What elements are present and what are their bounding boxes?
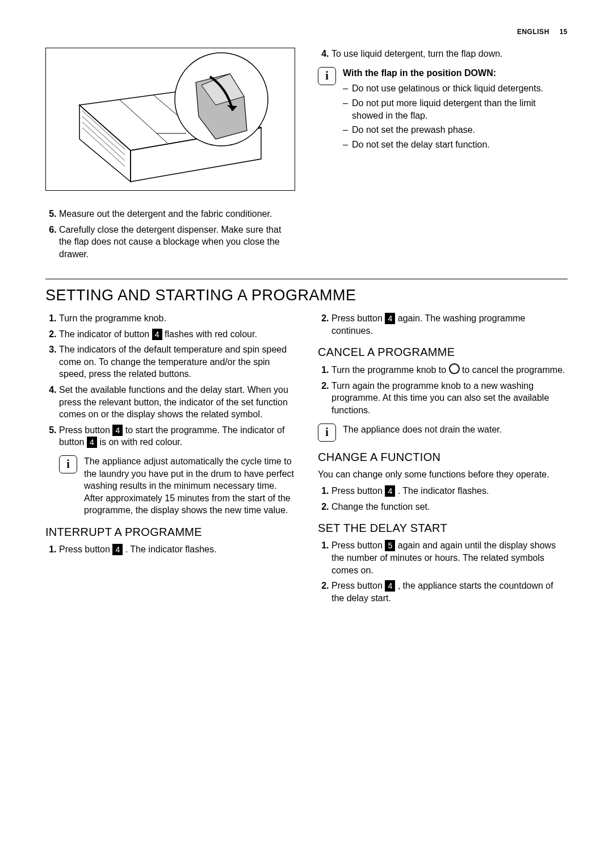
- auto-adjust-text: The appliance adjust automatically the c…: [84, 455, 295, 517]
- info-icon: i: [318, 423, 336, 442]
- button-4-icon: 4: [112, 544, 123, 555]
- start-step-2: The indicator of button 4 flashes with r…: [59, 328, 295, 341]
- change-function-list: Press button 4 . The indicator flashes. …: [318, 485, 568, 513]
- interrupt-list: Press button 4 . The indicator flashes.: [45, 543, 295, 556]
- button-4-icon: 4: [385, 580, 395, 592]
- button-5-icon: 5: [385, 540, 395, 551]
- flap-dash-4: Do not set the delay start function.: [343, 139, 568, 151]
- top-right-column: To use liquid detergent, turn the flap d…: [318, 48, 568, 267]
- change-step-2: Change the function set.: [331, 501, 568, 513]
- start-programme-list: Turn the programme knob. The indicator o…: [45, 312, 295, 448]
- svg-line-3: [119, 99, 167, 143]
- change-function-heading: CHANGE A FUNCTION: [318, 450, 568, 465]
- svg-line-6: [82, 111, 125, 149]
- flap-dash-3: Do not set the prewash phase.: [343, 124, 568, 136]
- step-6: Carefully close the detergent dispenser.…: [59, 224, 295, 261]
- change-function-intro: You can change only some functions befor…: [318, 468, 568, 481]
- button-4-icon: 4: [385, 313, 395, 324]
- interrupt-step-2: Press button 4 again. The washing progra…: [331, 312, 568, 337]
- cancel-info: i The appliance does not drain the water…: [318, 423, 568, 442]
- top-left-column: Measure out the detergent and the fabric…: [45, 48, 295, 267]
- main-right-column: Press button 4 again. The washing progra…: [318, 312, 568, 611]
- delay-step-2: Press button 4 , the appliance starts th…: [331, 580, 568, 604]
- flap-dash-2: Do not put more liquid detergent than th…: [343, 97, 568, 121]
- off-position-icon: [449, 363, 460, 374]
- interrupt-list-cont: Press button 4 again. The washing progra…: [318, 312, 568, 337]
- top-right-list: To use liquid detergent, turn the flap d…: [318, 48, 568, 60]
- delay-start-list: Press button 5 again and again until the…: [318, 539, 568, 604]
- top-left-list: Measure out the detergent and the fabric…: [45, 208, 295, 260]
- flap-down-title: With the flap in the position DOWN:: [343, 67, 568, 79]
- start-step-1: Turn the programme knob.: [59, 312, 295, 325]
- cancel-step-2: Turn again the programme knob to a new w…: [331, 380, 568, 417]
- change-step-1: Press button 4 . The indicator flashes.: [331, 485, 568, 497]
- start-step-4: Set the available functions and the dela…: [59, 384, 295, 421]
- svg-marker-1: [79, 105, 131, 182]
- flap-dash-1: Do not use gelatinous or thick liquid de…: [343, 82, 568, 95]
- main-section: Turn the programme knob. The indicator o…: [45, 312, 568, 611]
- top-section: Measure out the detergent and the fabric…: [45, 48, 568, 267]
- button-4-icon: 4: [385, 485, 395, 497]
- main-left-column: Turn the programme knob. The indicator o…: [45, 312, 295, 611]
- main-heading: SETTING AND STARTING A PROGRAMME: [45, 285, 568, 305]
- language-label: ENGLISH: [517, 28, 549, 36]
- cancel-list: Turn the programme knob to to cancel the…: [318, 363, 568, 416]
- info-icon: i: [318, 67, 336, 85]
- start-step-3: The indicators of the default temperatur…: [59, 343, 295, 380]
- flap-down-content: With the flap in the position DOWN: Do n…: [343, 67, 568, 153]
- detergent-drawer-illustration: [45, 48, 295, 191]
- start-step-5: Press button 4 to start the programme. T…: [59, 424, 295, 448]
- button-4-icon: 4: [112, 425, 123, 436]
- page-header: ENGLISH 15: [45, 27, 568, 36]
- cancel-step-1: Turn the programme knob to to cancel the…: [331, 363, 568, 376]
- auto-adjust-info: i The appliance adjust automatically the…: [59, 455, 295, 517]
- button-4-icon: 4: [152, 329, 162, 340]
- delay-step-1: Press button 5 again and again until the…: [331, 539, 568, 576]
- step-4: To use liquid detergent, turn the flap d…: [331, 48, 568, 60]
- section-divider: [45, 279, 568, 279]
- svg-line-8: [82, 122, 125, 161]
- interrupt-heading: INTERRUPT A PROGRAMME: [45, 525, 295, 540]
- page-number: 15: [560, 28, 568, 36]
- delay-start-heading: SET THE DELAY START: [318, 521, 568, 536]
- flap-down-info: i With the flap in the position DOWN: Do…: [318, 67, 568, 153]
- info-icon: i: [59, 455, 77, 473]
- flap-down-list: Do not use gelatinous or thick liquid de…: [343, 82, 568, 150]
- cancel-heading: CANCEL A PROGRAMME: [318, 345, 568, 360]
- svg-line-7: [82, 116, 125, 155]
- cancel-info-text: The appliance does not drain the water.: [343, 423, 568, 436]
- button-4-icon: 4: [87, 437, 97, 448]
- interrupt-step-1: Press button 4 . The indicator flashes.: [59, 543, 295, 556]
- step-5: Measure out the detergent and the fabric…: [59, 208, 295, 220]
